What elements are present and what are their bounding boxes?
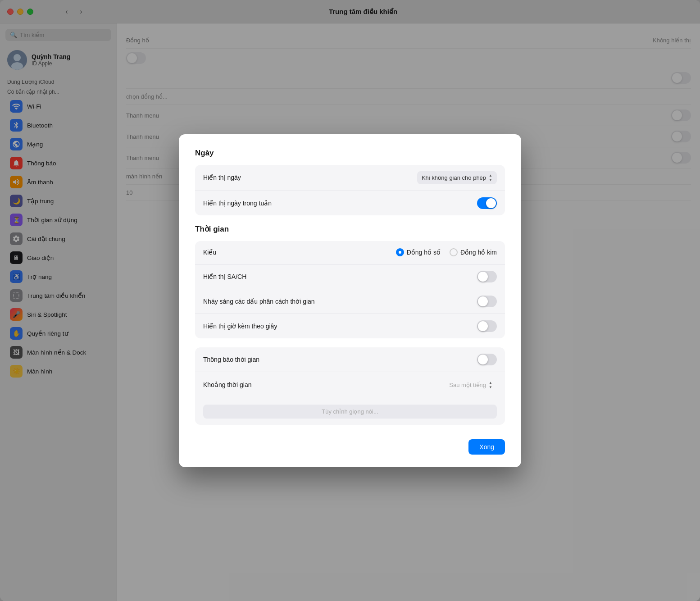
nhay-sang-label: Nháy sáng các dấu phân cách thời gian <box>203 298 315 305</box>
hien-thi-sach-label: Hiển thị SA/CH <box>203 273 246 280</box>
stepper-arrows: ▲ ▼ <box>489 173 492 182</box>
hien-thi-gio-giay-label: Hiển thị giờ kèm theo giây <box>203 323 277 330</box>
hien-thi-sach-control[interactable] <box>477 271 497 282</box>
thoi-gian-group: Kiểu Đồng hồ số Đồng hồ kim Hiển thị SA/… <box>195 241 505 338</box>
khoang-thoi-gian-row: Khoảng thời gian Sau một tiếng ▲ ▼ <box>195 372 505 398</box>
modal-footer: Xong <box>195 434 505 455</box>
radio-circle-dong-ho-kim <box>450 248 458 256</box>
hien-thi-gio-giay-control[interactable] <box>477 320 497 332</box>
nhay-sang-row: Nháy sáng các dấu phân cách thời gian <box>195 289 505 314</box>
thong-bao-thoi-gian-row: Thông báo thời gian <box>195 347 505 372</box>
done-button[interactable]: Xong <box>468 439 505 455</box>
thong-bao-group: Thông báo thời gian Khoảng thời gian Sau… <box>195 347 505 425</box>
tuy-chinh-giong-noi-button[interactable]: Tùy chỉnh giọng nói... <box>203 405 497 419</box>
khoang-thoi-gian-select[interactable]: Sau một tiếng ▲ ▼ <box>445 378 497 392</box>
hien-thi-ngay-row: Hiển thị ngày Khi không gian cho phép ▲ … <box>195 165 505 191</box>
khoang-thoi-gian-value: Sau một tiếng <box>449 382 486 388</box>
khoang-thoi-gian-label: Khoảng thời gian <box>203 381 252 388</box>
tuy-chinh-giong-noi-row: Tùy chỉnh giọng nói... <box>195 398 505 425</box>
hien-thi-gio-giay-toggle[interactable] <box>477 320 497 332</box>
hien-thi-ngay-value: Khi không gian cho phép <box>422 174 486 181</box>
section-title-ngay: Ngày <box>195 149 505 158</box>
thong-bao-thoi-gian-toggle[interactable] <box>477 354 497 365</box>
kieu-label: Kiểu <box>203 249 216 256</box>
radio-label-dong-ho-so: Đồng hồ số <box>407 249 441 256</box>
settings-modal: Ngày Hiển thị ngày Khi không gian cho ph… <box>179 134 521 467</box>
nhay-sang-toggle[interactable] <box>477 296 497 307</box>
nhay-sang-control[interactable] <box>477 296 497 307</box>
kieu-radio-group: Đồng hồ số Đồng hồ kim <box>396 248 497 256</box>
hien-thi-ngay-trong-tuan-label: Hiển thị ngày trong tuần <box>203 200 272 207</box>
modal-overlay: Ngày Hiển thị ngày Khi không gian cho ph… <box>0 0 700 601</box>
kieu-row: Kiểu Đồng hồ số Đồng hồ kim <box>195 241 505 264</box>
khoang-thoi-gian-stepper: ▲ ▼ <box>489 381 492 389</box>
hien-thi-sach-toggle[interactable] <box>477 271 497 282</box>
radio-dong-ho-so[interactable]: Đồng hồ số <box>396 248 441 256</box>
hien-thi-ngay-label: Hiển thị ngày <box>203 174 241 181</box>
hien-thi-ngay-trong-tuan-control[interactable] <box>477 197 497 209</box>
radio-dong-ho-kim[interactable]: Đồng hồ kim <box>450 248 497 256</box>
thong-bao-thoi-gian-control[interactable] <box>477 354 497 365</box>
hien-thi-ngay-trong-tuan-row: Hiển thị ngày trong tuần <box>195 191 505 215</box>
hien-thi-ngay-control[interactable]: Khi không gian cho phép ▲ ▼ <box>417 171 497 184</box>
section-title-thoi-gian: Thời gian <box>195 224 505 234</box>
thong-bao-thoi-gian-label: Thông báo thời gian <box>203 356 259 363</box>
radio-circle-dong-ho-so <box>396 248 404 256</box>
khoang-thoi-gian-control[interactable]: Sau một tiếng ▲ ▼ <box>445 378 497 392</box>
hien-thi-gio-giay-row: Hiển thị giờ kèm theo giây <box>195 314 505 338</box>
ngay-group: Hiển thị ngày Khi không gian cho phép ▲ … <box>195 165 505 215</box>
hien-thi-sach-row: Hiển thị SA/CH <box>195 264 505 289</box>
radio-label-dong-ho-kim: Đồng hồ kim <box>460 249 497 256</box>
hien-thi-ngay-select[interactable]: Khi không gian cho phép ▲ ▼ <box>417 171 497 184</box>
hien-thi-ngay-trong-tuan-toggle[interactable] <box>477 197 497 209</box>
